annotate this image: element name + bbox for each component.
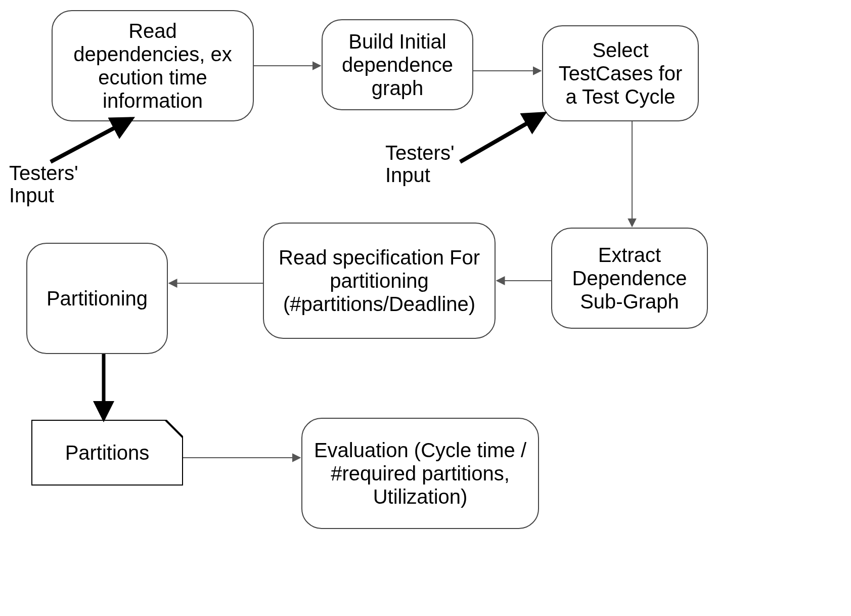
node-extract-subgraph: Extract Dependence Sub-Graph [551, 228, 708, 329]
node-partitions: Partitions [31, 420, 183, 486]
node-read-dependencies: Read dependencies, ex ecution time infor… [52, 10, 254, 121]
node-text: Build Initial dependence graph [333, 30, 462, 100]
label-testers-input-right: Testers' Input [385, 142, 476, 186]
node-evaluation: Evaluation (Cycle time / #required parti… [301, 418, 539, 529]
node-select-testcases: Select TestCases for a Test Cycle [542, 25, 699, 121]
node-text: Partitions [65, 442, 150, 464]
diagram-stage: { "nodes": { "read_deps": "Read dependen… [0, 0, 851, 616]
node-text: Read specification For partitioning (#pa… [274, 246, 484, 316]
node-partitioning: Partitioning [26, 243, 168, 354]
annotation-arrow-testers-left [51, 119, 131, 162]
node-text: Partitioning [47, 287, 148, 310]
node-text: Select TestCases for a Test Cycle [553, 38, 688, 108]
node-text: Extract Dependence Sub-Graph [562, 243, 697, 313]
label-text: Testers' Input [9, 162, 78, 206]
node-build-initial-graph: Build Initial dependence graph [322, 19, 473, 110]
node-text: Read dependencies, ex ecution time infor… [63, 19, 243, 112]
node-text: Evaluation (Cycle time / #required parti… [312, 438, 528, 508]
node-read-specification: Read specification For partitioning (#pa… [263, 223, 496, 339]
label-text: Testers' Input [385, 142, 455, 186]
label-testers-input-left: Testers' Input [9, 162, 100, 206]
